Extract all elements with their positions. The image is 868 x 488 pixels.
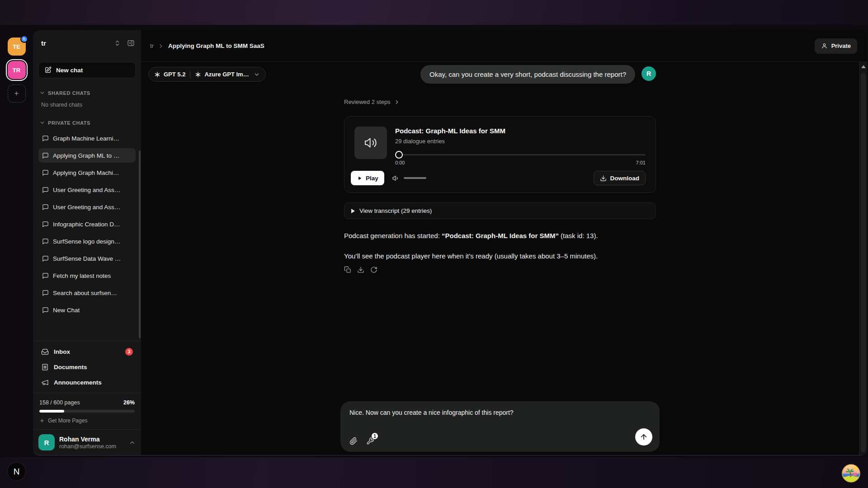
chat-bubble-icon (42, 221, 49, 228)
breadcrumb-workspace[interactable]: tr (150, 42, 154, 49)
main-header: tr Applying Graph ML to SMM SaaS Private (141, 30, 867, 62)
chat-item[interactable]: Graph Machine Learni… (38, 131, 136, 145)
chevron-down-icon (39, 120, 45, 126)
reviewed-steps-label: Reviewed 2 steps (344, 99, 391, 105)
sidebar-item-inbox[interactable]: Inbox 3 (38, 344, 136, 359)
app-logo[interactable]: N (7, 462, 26, 481)
play-button[interactable]: Play (351, 171, 384, 185)
user-icon (821, 42, 828, 49)
chat-item[interactable]: Search about surfsen… (38, 286, 136, 300)
user-avatar: R (38, 434, 55, 450)
tropical-island-icon[interactable] (842, 464, 860, 483)
sidebar-item-announcements[interactable]: Announcements (38, 375, 136, 390)
volume-slider[interactable] (404, 177, 426, 179)
composer: Nice. Now can you create a nice infograp… (340, 401, 660, 452)
download-button[interactable]: Download (594, 171, 646, 185)
new-chat-label: New chat (56, 67, 83, 74)
documents-label: Documents (54, 364, 87, 371)
workspace-te-label: TE (13, 43, 20, 50)
add-workspace-button[interactable]: + (8, 84, 26, 103)
chat-bubble-icon (42, 135, 49, 142)
chat-item[interactable]: New Chat (38, 303, 136, 317)
chat-bubble-icon (42, 307, 49, 314)
breadcrumb: tr Applying Graph ML to SMM SaaS (150, 42, 264, 49)
podcast-player-card: Podcast: Graph-ML Ideas for SMM 29 dialo… (344, 116, 656, 193)
main-panel: tr Applying Graph ML to SMM SaaS Private… (141, 30, 867, 455)
model-secondary[interactable]: Azure GPT Im… (195, 71, 249, 78)
play-icon (357, 175, 363, 181)
chat-item[interactable]: SurfSense Data Wave … (38, 251, 136, 266)
sidebar-chat-area: SHARED CHATS No shared chats PRIVATE CHA… (33, 78, 141, 341)
tools-count-badge: 1 (371, 432, 378, 440)
chat-bubble-icon (42, 204, 49, 211)
download-icon (600, 175, 607, 182)
chat-item[interactable]: Fetch my latest notes (38, 268, 136, 283)
window-scrollbar[interactable] (859, 62, 867, 455)
divider (190, 71, 190, 78)
desktop-top-band (0, 0, 868, 25)
shared-chats-empty: No shared chats (41, 102, 136, 108)
usage-meter: 158 / 600 pages 26% Get More Pages (33, 393, 141, 429)
user-name: Rohan Verma (59, 436, 124, 443)
new-chat-icon (44, 66, 52, 74)
composer-input[interactable]: Nice. Now can you create a nice infograp… (349, 409, 632, 416)
reviewed-steps-toggle[interactable]: Reviewed 2 steps (344, 99, 656, 105)
chat-item[interactable]: User Greeting and Ass… (38, 200, 136, 214)
elapsed-time: 0:00 (395, 160, 405, 165)
sidebar-item-documents[interactable]: Documents (38, 359, 136, 375)
user-menu[interactable]: R Rohan Verma rohan@surfsense.com (33, 429, 141, 455)
chat-item[interactable]: SurfSense logo design… (38, 234, 136, 249)
chat-list-scrollbar[interactable] (139, 150, 141, 338)
copy-icon[interactable] (344, 266, 351, 273)
announcements-label: Announcements (54, 379, 102, 386)
shared-chats-label: SHARED CHATS (48, 90, 90, 96)
chat-item[interactable]: Infographic Creation D… (38, 217, 136, 231)
tools-menu-button[interactable]: 1 (366, 437, 374, 445)
new-chat-button[interactable]: New chat (38, 62, 136, 78)
chevron-down-icon[interactable] (254, 71, 260, 78)
openai-icon (154, 71, 160, 78)
view-transcript-toggle[interactable]: View transcript (29 entries) (344, 202, 656, 219)
model-primary[interactable]: GPT 5.2 (154, 71, 185, 78)
usage-progress-track (39, 410, 135, 413)
collapse-sidebar-icon[interactable] (127, 39, 135, 47)
seek-knob[interactable] (395, 151, 403, 159)
status-podcast-name: “Podcast: Graph-ML Ideas for SMM” (442, 232, 559, 239)
chevron-right-icon (158, 43, 164, 49)
chat-item[interactable]: User Greeting and Ass… (38, 183, 136, 197)
chat-list: Graph Machine Learni… Applying Graph ML … (38, 131, 136, 317)
regenerate-icon[interactable] (370, 266, 377, 273)
chat-item[interactable]: Applying Graph Machi… (38, 165, 136, 180)
attach-file-icon[interactable] (349, 437, 358, 445)
get-more-pages-label: Get More Pages (48, 418, 87, 424)
user-email: rohan@surfsense.com (59, 443, 124, 450)
get-more-pages-button[interactable]: Get More Pages (39, 418, 135, 424)
sidebar-nav: Inbox 3 Documents Announcements (33, 341, 141, 393)
workspace-icon-tr-active[interactable]: TR (8, 61, 26, 79)
chat-item-active[interactable]: Applying Graph ML to … (38, 148, 136, 163)
seek-track (395, 154, 646, 155)
inbox-unread-badge: 3 (125, 348, 133, 356)
shared-chats-section-header[interactable]: SHARED CHATS (38, 90, 136, 96)
documents-icon (41, 363, 49, 371)
podcast-times: 0:00 7:01 (395, 160, 646, 165)
volume-icon[interactable] (392, 174, 400, 182)
chevron-down-icon (39, 90, 45, 96)
status-suffix: (task id: 13). (559, 232, 598, 239)
inbox-icon (41, 348, 49, 356)
chat-item-label: Fetch my latest notes (53, 272, 111, 279)
scrollbar-thumb[interactable] (861, 73, 866, 452)
scroll-up-arrow[interactable] (861, 65, 866, 68)
plus-icon: + (14, 89, 19, 98)
workspace-switcher-icon[interactable] (114, 40, 121, 47)
privacy-toggle-button[interactable]: Private (815, 38, 857, 54)
send-button[interactable] (635, 428, 652, 446)
workspace-icon-te[interactable]: TE (8, 38, 26, 56)
workspace-members-badge (20, 35, 28, 43)
download-icon[interactable] (357, 266, 364, 273)
workspace-tr-label: TR (13, 67, 20, 74)
private-chats-section-header[interactable]: PRIVATE CHATS (38, 120, 136, 126)
podcast-controls: Play Download (351, 171, 646, 185)
podcast-seek-slider[interactable] (395, 151, 646, 159)
chat-item-label: Infographic Creation D… (53, 221, 120, 228)
